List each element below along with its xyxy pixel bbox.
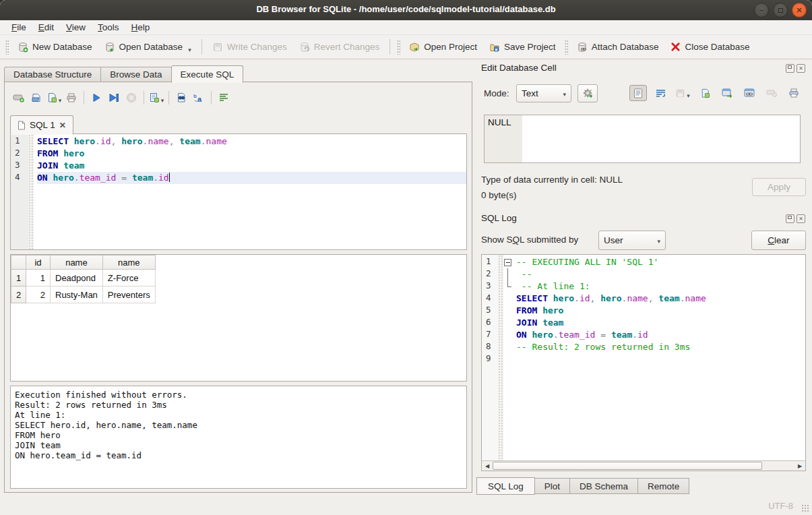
scroll-left-arrow-icon[interactable]: ◀	[482, 461, 493, 471]
panel-splitter[interactable]	[472, 62, 476, 495]
save-results-button[interactable]: ▾	[148, 90, 165, 106]
log-line-numbers: 123456789	[482, 255, 498, 470]
print-sql-button[interactable]	[63, 90, 80, 106]
save-project-button[interactable]: Save Project	[483, 39, 562, 55]
sql-tab-label: SQL 1	[30, 120, 55, 130]
find-button[interactable]	[173, 90, 190, 106]
log-fold-margin[interactable]	[503, 255, 513, 470]
close-sql-tab-icon[interactable]: ✕	[59, 121, 66, 130]
auto-mode-button[interactable]	[577, 84, 598, 102]
tab-db-schema[interactable]: DB Schema	[570, 478, 638, 494]
word-wrap-button[interactable]	[215, 90, 232, 106]
scroll-right-arrow-icon[interactable]: ▶	[794, 461, 805, 471]
sql-editor-tab[interactable]: SQL 1 ✕	[10, 115, 73, 135]
toolbar-separator	[144, 91, 144, 104]
sql-log-view[interactable]: 123456789 -- EXECUTING ALL IN 'SQL 1' --…	[481, 254, 806, 471]
sql-log-filter-combobox[interactable]: User ▾	[598, 231, 666, 250]
attach-database-button[interactable]: Attach Database	[571, 39, 665, 55]
export-data-button[interactable]	[718, 85, 736, 101]
tab-remote[interactable]: Remote	[638, 478, 689, 494]
text-document-icon	[633, 88, 643, 98]
tab-sql-log[interactable]: SQL Log	[476, 477, 535, 495]
resize-grip[interactable]	[801, 504, 809, 512]
edit-cell-title: Edit Database Cell	[481, 63, 557, 73]
result-cell[interactable]: 1	[26, 270, 51, 286]
execution-message: Execution finished without errors.Result…	[10, 386, 467, 489]
close-panel-button[interactable]: ✕	[797, 64, 805, 73]
menu-file[interactable]: File	[5, 20, 32, 35]
float-panel-button[interactable]	[786, 64, 794, 73]
result-cell[interactable]: Preventers	[102, 286, 155, 303]
log-margin	[498, 255, 503, 470]
new-sql-tab-button[interactable]	[10, 90, 28, 106]
sql-editor[interactable]: 1234 SELECT hero.id, hero.name, team.nam…	[10, 133, 467, 250]
write-changes-label: Write Changes	[227, 42, 287, 52]
cell-value-area[interactable]	[522, 115, 800, 162]
tab-browse-data[interactable]: Browse Data	[100, 67, 170, 82]
results-table[interactable]: idnamename11DeadpondZ-Force22Rusty-ManPr…	[10, 254, 467, 382]
execute-line-button[interactable]	[105, 90, 123, 106]
open-sql-file-icon	[31, 92, 42, 103]
revert-changes-icon	[299, 42, 310, 53]
format-sql-button[interactable]: b a	[190, 90, 208, 106]
set-null-button	[763, 85, 780, 101]
new-database-button[interactable]: New Database	[11, 39, 98, 55]
import-data-button[interactable]	[696, 85, 714, 101]
print-cell-button[interactable]	[785, 85, 803, 101]
menu-tools[interactable]: Tools	[92, 20, 125, 35]
save-sql-dropdown-icon[interactable]: ▾	[59, 97, 62, 104]
execute-all-button[interactable]	[88, 90, 105, 106]
toolbar-grip[interactable]	[397, 40, 400, 55]
toolbar-separator	[389, 39, 390, 55]
set-null-icon	[766, 89, 777, 97]
result-cell[interactable]: Z-Force	[102, 270, 155, 286]
save-dropdown-icon: ▾	[687, 92, 690, 99]
close-panel-button[interactable]: ✕	[797, 214, 805, 223]
new-database-label: New Database	[32, 42, 92, 52]
close-database-button[interactable]: Close Database	[664, 39, 755, 55]
toolbar-separator	[84, 91, 84, 104]
menu-view[interactable]: View	[60, 20, 92, 35]
result-cell[interactable]: Rusty-Man	[51, 286, 103, 303]
sql-log-filter-label: Show SQL submitted by	[481, 235, 578, 245]
save-sql-file-button[interactable]: ▾	[45, 90, 63, 106]
open-database-icon	[104, 42, 115, 53]
result-cell[interactable]: Deadpond	[51, 270, 103, 286]
scrollbar-thumb[interactable]	[493, 462, 762, 470]
save-results-dropdown-icon[interactable]: ▾	[161, 97, 164, 104]
save-project-label: Save Project	[504, 42, 556, 52]
menu-edit[interactable]: Edit	[32, 20, 60, 35]
log-horizontal-scrollbar[interactable]: ◀ ▶	[481, 460, 806, 471]
text-mode-button[interactable]	[629, 85, 647, 101]
cell-value-editor[interactable]: NULL	[484, 115, 801, 163]
word-wrap-icon	[656, 89, 666, 98]
open-database-dropdown-icon[interactable]: ▾	[188, 47, 191, 53]
toolbar-grip[interactable]	[565, 40, 568, 55]
open-database-button[interactable]: Open Database ▾	[98, 39, 197, 55]
execute-line-icon	[108, 93, 119, 102]
revert-changes-label: Revert Changes	[314, 42, 380, 52]
titlebar: DB Browser for SQLite - /home/user/code/…	[0, 0, 812, 20]
result-cell[interactable]: 2	[26, 286, 51, 303]
mode-combobox[interactable]: Text ▾	[516, 84, 571, 102]
close-database-icon	[670, 42, 681, 52]
main-toolbar: New Database Open Database ▾ Write Chang…	[0, 35, 812, 59]
app-window: DB Browser for SQLite - /home/user/code/…	[0, 0, 812, 515]
tab-execute-sql[interactable]: Execute SQL	[171, 65, 244, 83]
open-in-app-button[interactable]	[741, 85, 758, 101]
tab-plot[interactable]: Plot	[535, 478, 570, 494]
clear-log-button[interactable]: Clear	[751, 231, 806, 250]
float-panel-button[interactable]	[786, 214, 794, 223]
toolbar-grip[interactable]	[5, 40, 9, 55]
minimize-button[interactable]: −	[754, 3, 769, 18]
tab-database-structure[interactable]: Database Structure	[4, 67, 100, 82]
open-sql-file-button[interactable]	[28, 90, 45, 106]
maximize-button[interactable]	[773, 3, 788, 18]
cell-word-wrap-button[interactable]	[652, 85, 669, 101]
editor-code-area[interactable]: SELECT hero.id, hero.name, team.nameFROM…	[34, 134, 466, 249]
close-button[interactable]: ✕	[792, 3, 807, 18]
open-project-button[interactable]: Open Project	[403, 39, 483, 55]
new-sql-tab-icon	[13, 92, 25, 103]
log-code-area[interactable]: -- EXECUTING ALL IN 'SQL 1' -- -- At lin…	[513, 255, 805, 470]
menu-help[interactable]: Help	[125, 20, 156, 35]
